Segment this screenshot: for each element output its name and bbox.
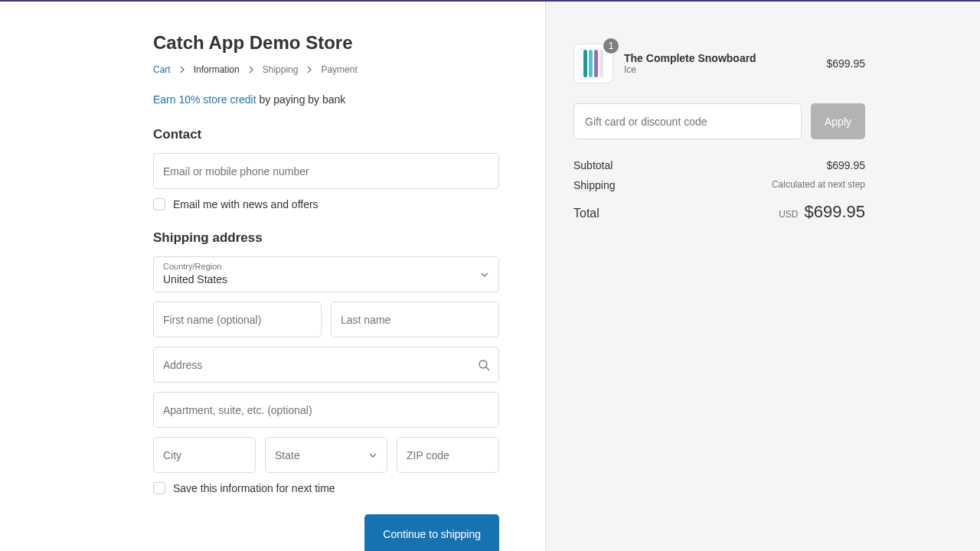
- state-select[interactable]: State: [265, 437, 387, 473]
- chevron-down-icon: [368, 451, 377, 460]
- product-price: $699.95: [826, 57, 865, 70]
- newsletter-label: Email me with news and offers: [173, 198, 318, 210]
- breadcrumb-shipping: Shipping: [263, 64, 299, 75]
- email-field[interactable]: [153, 153, 499, 189]
- quantity-badge: 1: [603, 38, 619, 54]
- city-field[interactable]: [153, 437, 256, 473]
- contact-heading: Contact: [153, 127, 499, 142]
- save-info-checkbox[interactable]: [153, 482, 165, 494]
- country-label: Country/Region: [163, 262, 489, 272]
- address-field[interactable]: [153, 347, 499, 383]
- newsletter-checkbox[interactable]: [153, 198, 165, 210]
- checkout-container: Catch App Demo Store Cart Information Sh…: [0, 2, 980, 551]
- discount-code-field[interactable]: [573, 103, 802, 139]
- breadcrumb-information: Information: [194, 64, 240, 75]
- svg-point-0: [479, 360, 487, 368]
- total-amount: $699.95: [804, 202, 865, 222]
- subtotal-value: $699.95: [826, 159, 865, 171]
- promo-text: by paying by bank: [256, 93, 346, 106]
- subtotal-label: Subtotal: [573, 159, 612, 171]
- shipping-note: Calculated at next step: [772, 179, 865, 191]
- chevron-right-icon: [247, 66, 255, 73]
- order-summary: 1 The Complete Snowboard Ice $699.95 App…: [545, 2, 980, 551]
- country-select[interactable]: Country/Region United States: [153, 256, 499, 292]
- apartment-field[interactable]: [153, 392, 499, 428]
- first-name-field[interactable]: [153, 302, 322, 337]
- breadcrumb-cart[interactable]: Cart: [153, 64, 171, 75]
- promo-highlight[interactable]: Earn 10% store credit: [153, 93, 256, 106]
- chevron-right-icon: [305, 66, 313, 73]
- chevron-down-icon: [480, 270, 489, 279]
- total-label: Total: [573, 207, 599, 220]
- continue-button[interactable]: Continue to shipping: [364, 514, 499, 551]
- state-placeholder: State: [275, 449, 300, 461]
- breadcrumb-payment: Payment: [321, 64, 357, 75]
- product-variant: Ice: [624, 64, 815, 75]
- save-info-label: Save this information for next time: [173, 482, 335, 494]
- zip-field[interactable]: [397, 437, 499, 473]
- product-name: The Complete Snowboard: [624, 52, 815, 64]
- cart-item: 1 The Complete Snowboard Ice $699.95: [573, 44, 865, 83]
- breadcrumb: Cart Information Shipping Payment: [153, 64, 499, 75]
- country-value: United States: [163, 272, 489, 287]
- last-name-field[interactable]: [331, 302, 499, 337]
- chevron-right-icon: [178, 66, 186, 73]
- promo-banner: Earn 10% store credit by paying by bank: [153, 93, 499, 106]
- currency-code: USD: [779, 209, 798, 220]
- shipping-heading: Shipping address: [153, 230, 499, 246]
- product-thumbnail: 1: [573, 44, 613, 83]
- apply-button[interactable]: Apply: [811, 103, 865, 139]
- search-icon: [478, 359, 490, 371]
- store-title: Catch App Demo Store: [153, 32, 499, 54]
- svg-line-1: [486, 367, 489, 370]
- main-panel: Catch App Demo Store Cart Information Sh…: [0, 2, 545, 551]
- shipping-label: Shipping: [573, 179, 616, 191]
